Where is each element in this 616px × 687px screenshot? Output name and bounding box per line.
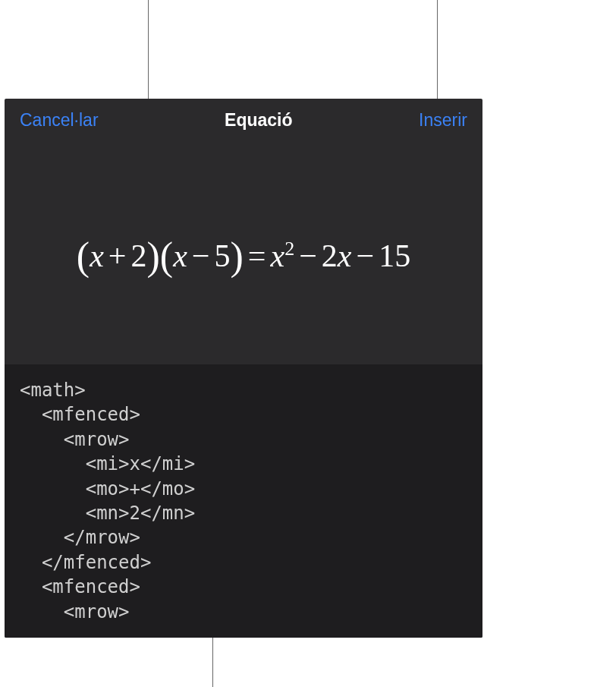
callout-line bbox=[212, 638, 213, 687]
eq-op: + bbox=[104, 238, 131, 273]
paren-open: ( bbox=[77, 235, 90, 278]
eq-equals: = bbox=[244, 238, 271, 273]
equation-preview: (x+2)(x−5)=x2−2x−15 bbox=[5, 141, 482, 364]
eq-op: − bbox=[187, 238, 215, 273]
eq-var: x bbox=[271, 238, 285, 273]
code-editor[interactable]: <math> <mfenced> <mrow> <mi>x</mi> <mo>+… bbox=[5, 364, 482, 638]
eq-var: x bbox=[338, 238, 352, 273]
eq-var: x bbox=[173, 238, 187, 273]
paren-close: ) bbox=[146, 235, 159, 278]
eq-op: − bbox=[294, 238, 322, 273]
mathml-source: <math> <mfenced> <mrow> <mi>x</mi> <mo>+… bbox=[20, 378, 467, 624]
paren-close: ) bbox=[230, 235, 243, 278]
cancel-button[interactable]: Cancel·lar bbox=[20, 110, 99, 131]
eq-num: 2 bbox=[130, 238, 146, 273]
callout-line bbox=[437, 0, 438, 100]
equation-dialog: Cancel·lar Equació Inserir (x+2)(x−5)=x2… bbox=[5, 99, 482, 638]
dialog-header: Cancel·lar Equació Inserir bbox=[5, 99, 482, 141]
eq-op: − bbox=[352, 238, 379, 273]
insert-button[interactable]: Inserir bbox=[419, 110, 467, 131]
dialog-title: Equació bbox=[225, 110, 292, 131]
eq-coef: 2 bbox=[322, 238, 338, 273]
eq-exponent: 2 bbox=[284, 238, 294, 260]
paren-open: ( bbox=[160, 235, 173, 278]
rendered-equation: (x+2)(x−5)=x2−2x−15 bbox=[77, 231, 410, 276]
eq-var: x bbox=[90, 238, 104, 273]
eq-num: 15 bbox=[379, 238, 410, 273]
eq-num: 5 bbox=[214, 238, 230, 273]
